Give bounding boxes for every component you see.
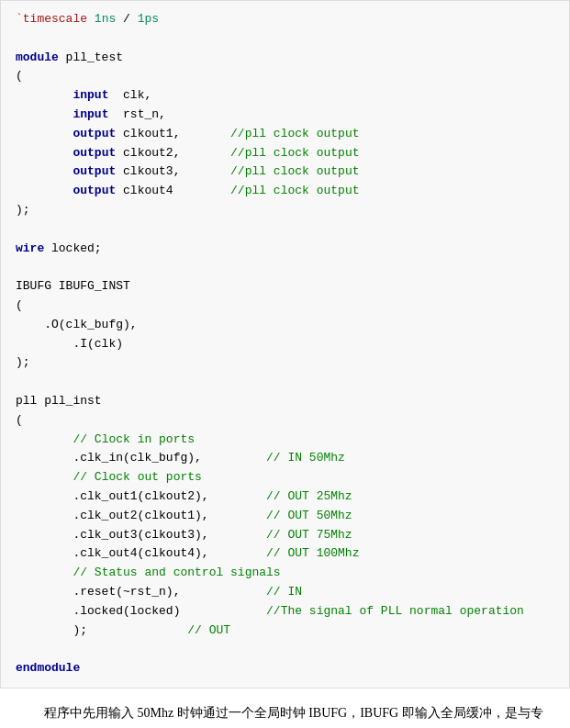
input-clk-line: input clk, — [16, 86, 554, 106]
comment-out-100mhz: // OUT 100Mhz — [266, 546, 359, 560]
comment-status: // Status and control signals — [73, 566, 280, 579]
comment-out-25mhz: // OUT 25Mhz — [266, 489, 352, 503]
paragraph-1: 程序中先用输入 50Mhz 时钟通过一个全局时钟 IBUFG，IBUFG 即输入… — [18, 701, 552, 728]
module-close-semi: ); — [16, 201, 554, 220]
input-keyword-1: input — [73, 88, 108, 102]
comment-clock-in: // Clock in ports — [73, 432, 195, 446]
comment-locked: //The signal of PLL normal operation — [266, 604, 524, 618]
pll-inst-line: pll pll_inst — [16, 392, 554, 411]
module-keyword: module — [16, 50, 59, 64]
clk-out4-line: .clk_out4(clkout4), // OUT 100Mhz — [16, 544, 554, 564]
ibufg-i-line: .I(clk) — [16, 335, 554, 354]
output-keyword-2: output — [73, 146, 116, 160]
comment-clkout2: //pll clock output — [230, 146, 359, 160]
output-clkout1-line: output clkout1, //pll clock output — [16, 125, 554, 144]
comment-in-50mhz: // IN 50Mhz — [266, 451, 345, 465]
input-rst-line: input rst_n, — [16, 106, 554, 125]
input-keyword-2: input — [73, 107, 108, 121]
comment-clkout4: //pll clock output — [230, 184, 359, 197]
output-clkout2-line: output clkout2, //pll clock output — [16, 144, 554, 163]
clk-out3-line: .clk_out3(clkout3), // OUT 75Mhz — [16, 526, 554, 545]
code-block: `timescale 1ns / 1ps module pll_test ( i… — [0, 0, 570, 689]
ibufg-o-line: .O(clk_bufg), — [16, 316, 554, 335]
open-paren-line: ( — [16, 67, 554, 86]
output-keyword-3: output — [73, 164, 116, 178]
endmodule-line: endmodule — [16, 659, 554, 678]
blank-line-5 — [16, 640, 554, 659]
output-keyword-1: output — [73, 127, 116, 140]
reset-line: .reset(~rst_n), // IN — [16, 583, 554, 602]
timescale-value2: 1ps — [138, 12, 159, 26]
blank-line-1 — [16, 29, 554, 49]
locked-line: .locked(locked) //The signal of PLL norm… — [16, 602, 554, 622]
prose-section: 程序中先用输入 50Mhz 时钟通过一个全局时钟 IBUFG，IBUFG 即输入… — [0, 689, 570, 728]
comment-status-line: // Status and control signals — [16, 564, 554, 583]
output-clkout4-line: output clkout4 //pll clock output — [16, 182, 554, 201]
timescale-line: `timescale 1ns / 1ps — [16, 10, 554, 29]
clk-in-line: .clk_in(clk_bufg), // IN 50Mhz — [16, 449, 554, 468]
endmodule-keyword: endmodule — [16, 661, 80, 675]
blank-line-3 — [16, 258, 554, 277]
wire-keyword: wire — [16, 241, 44, 255]
pll-close-semi-line: ); // OUT — [16, 622, 554, 641]
comment-out: // OUT — [187, 623, 230, 637]
wire-line: wire locked; — [16, 240, 554, 259]
ibufg-open-line: ( — [16, 297, 554, 316]
comment-reset-in: // IN — [266, 585, 302, 599]
pll-open-line: ( — [16, 411, 554, 431]
module-decl-line: module pll_test — [16, 49, 554, 68]
ibufg-close-line: ); — [16, 353, 554, 373]
comment-clkout3: //pll clock output — [230, 164, 359, 178]
comment-out-75mhz: // OUT 75Mhz — [266, 528, 352, 542]
blank-line-4 — [16, 373, 554, 392]
output-keyword-4: output — [73, 184, 116, 197]
comment-clkout1: //pll clock output — [230, 127, 359, 140]
ibufg-inst-line: IBUFG IBUFG_INST — [16, 277, 554, 297]
comment-clock-out: // Clock out ports — [73, 470, 201, 484]
clk-out1-line: .clk_out1(clkout2), // OUT 25Mhz — [16, 487, 554, 507]
timescale-keyword: `timescale — [16, 12, 87, 26]
timescale-value1: 1ns — [95, 12, 116, 26]
output-clkout3-line: output clkout3, //pll clock output — [16, 162, 554, 182]
comment-clock-out-line: // Clock out ports — [16, 468, 554, 487]
clk-out2-line: .clk_out2(clkout1), // OUT 50Mhz — [16, 507, 554, 526]
blank-line-2 — [16, 220, 554, 240]
comment-clock-in-line: // Clock in ports — [16, 431, 554, 450]
comment-out-50mhz: // OUT 50Mhz — [266, 509, 352, 522]
